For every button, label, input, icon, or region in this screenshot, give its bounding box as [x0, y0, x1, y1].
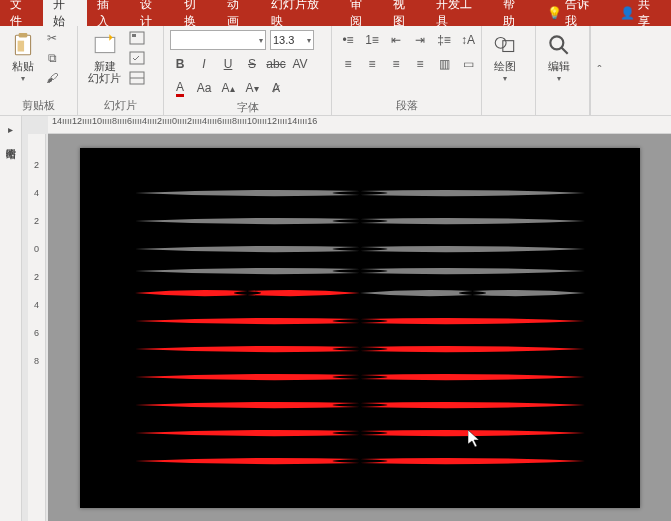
tab-slideshow[interactable]: 幻灯片放映 [261, 0, 340, 26]
slide-shape[interactable] [360, 288, 585, 298]
clipboard-icon [10, 32, 36, 58]
svg-rect-2 [18, 41, 24, 52]
tab-review[interactable]: 审阅 [340, 0, 383, 26]
ruler-v-tick: 4 [34, 188, 39, 198]
numbering-button[interactable]: 1≡ [362, 30, 382, 50]
shapes-icon [492, 32, 518, 58]
line-spacing-button[interactable]: ‡≡ [434, 30, 454, 50]
indent-right-button[interactable]: ⇥ [410, 30, 430, 50]
group-clipboard-label: 剪贴板 [6, 96, 71, 113]
format-painter-icon[interactable]: 🖌 [44, 70, 60, 86]
slide-shape[interactable] [135, 188, 585, 198]
group-font-label: 字体 [170, 98, 325, 115]
grow-font-button[interactable]: A▴ [218, 78, 238, 98]
slide-shape[interactable] [135, 344, 585, 354]
ruler-v-tick: 4 [34, 300, 39, 310]
editing-label: 编辑 [548, 60, 570, 72]
font-size-select[interactable]: 13.3▾ [270, 30, 314, 50]
text-direction-button[interactable]: ↕A [458, 30, 478, 50]
tab-file[interactable]: 文件 [0, 0, 43, 26]
paste-button[interactable]: 粘贴 ▾ [6, 30, 40, 85]
share-button[interactable]: 👤 共享 [610, 0, 671, 26]
group-editing: 编辑 ▾ 编辑 [536, 26, 590, 115]
ruler-v-tick: 8 [34, 356, 39, 366]
tab-help[interactable]: 帮助 [493, 0, 536, 26]
chevron-right-icon: ▸ [8, 124, 13, 135]
tab-transition[interactable]: 切换 [174, 0, 217, 26]
slide[interactable] [80, 148, 640, 508]
slide-shape[interactable] [135, 216, 585, 226]
tab-dev[interactable]: 开发工具 [426, 0, 493, 26]
tab-insert[interactable]: 插入 [87, 0, 130, 26]
tab-design[interactable]: 设计 [130, 0, 173, 26]
group-font: ▾ 13.3▾ B I U S abc AV A Aa A▴ A▾ A̷ 字体 [164, 26, 332, 115]
ruler-v-tick: 2 [34, 216, 39, 226]
share-label: 共享 [638, 0, 661, 30]
underline-button[interactable]: U [218, 54, 238, 74]
shadow-button[interactable]: S [242, 54, 262, 74]
align-right-button[interactable]: ≡ [386, 54, 406, 74]
group-slides-label: 幻灯片 [84, 96, 157, 113]
ruler-v-tick: 2 [34, 160, 39, 170]
slide-shape[interactable] [135, 400, 585, 410]
workspace: ▸ 缩略图 14ıııı12ıııı10ıııı8ıııı6ıııı4ıııı2… [0, 116, 671, 521]
svg-point-9 [495, 37, 506, 48]
slide-shape[interactable] [135, 244, 585, 254]
tab-animation[interactable]: 动画 [217, 0, 260, 26]
font-size-value: 13.3 [273, 34, 294, 46]
tab-bar: 文件 开始 插入 设计 切换 动画 幻灯片放映 审阅 视图 开发工具 帮助 💡 … [0, 0, 671, 26]
svg-line-12 [561, 47, 568, 53]
bold-button[interactable]: B [170, 54, 190, 74]
ribbon: 粘贴 ▾ ✂ ⧉ 🖌 剪贴板 新建 幻灯片 幻灯片 [0, 26, 671, 116]
slide-shape[interactable] [135, 316, 585, 326]
group-paragraph: •≡ 1≡ ⇤ ⇥ ‡≡ ↕A ≡ ≡ ≡ ≡ ▥ ▭ 段落 [332, 26, 482, 115]
strikethrough-button[interactable]: abc [266, 54, 286, 74]
share-icon: 👤 [620, 6, 635, 20]
ruler-h-ticks: 14ıııı12ıııı10ıııı8ıııı6ıııı4ıııı2ıııı0ı… [48, 116, 317, 126]
chevron-down-icon: ▾ [307, 36, 311, 45]
font-color-button[interactable]: A [170, 78, 190, 98]
tab-home[interactable]: 开始 [43, 0, 86, 26]
cut-icon[interactable]: ✂ [44, 30, 60, 46]
section-icon[interactable] [129, 70, 145, 86]
tab-tellme[interactable]: 💡 告诉我 [537, 0, 610, 26]
svg-rect-1 [19, 33, 28, 37]
ruler-v-tick: 6 [34, 328, 39, 338]
indent-left-button[interactable]: ⇤ [386, 30, 406, 50]
clear-format-button[interactable]: A̷ [266, 78, 286, 98]
italic-button[interactable]: I [194, 54, 214, 74]
svg-rect-3 [95, 37, 115, 52]
collapse-ribbon-button[interactable]: ˆ [590, 26, 608, 115]
group-drawing: 绘图 ▾ 绘图 [482, 26, 536, 115]
change-case-button[interactable]: Aa [194, 78, 214, 98]
justify-button[interactable]: ≡ [410, 54, 430, 74]
paste-label: 粘贴 [12, 60, 34, 72]
slide-shape[interactable] [135, 266, 585, 276]
layout-icon[interactable] [129, 30, 145, 46]
shrink-font-button[interactable]: A▾ [242, 78, 262, 98]
spacing-button[interactable]: AV [290, 54, 310, 74]
tab-view[interactable]: 视图 [383, 0, 426, 26]
new-slide-button[interactable]: 新建 幻灯片 [84, 30, 125, 86]
group-slides: 新建 幻灯片 幻灯片 [78, 26, 164, 115]
slide-shape[interactable] [135, 372, 585, 382]
drawing-button[interactable]: 绘图 ▾ [488, 30, 522, 85]
font-name-select[interactable]: ▾ [170, 30, 266, 50]
svg-rect-5 [132, 34, 136, 37]
slide-shape[interactable] [135, 456, 585, 466]
bullets-button[interactable]: •≡ [338, 30, 358, 50]
align-center-button[interactable]: ≡ [362, 54, 382, 74]
editing-button[interactable]: 编辑 ▾ [542, 30, 576, 85]
copy-icon[interactable]: ⧉ [44, 50, 60, 66]
smartart-button[interactable]: ▭ [458, 54, 478, 74]
slide-shape[interactable] [135, 288, 360, 298]
align-left-button[interactable]: ≡ [338, 54, 358, 74]
new-slide-icon [92, 32, 118, 58]
chevron-down-icon: ▾ [503, 74, 507, 83]
drawing-label: 绘图 [494, 60, 516, 72]
slide-canvas-area[interactable] [48, 134, 671, 521]
thumbnail-panel-collapsed[interactable]: ▸ 缩略图 [0, 116, 22, 521]
columns-button[interactable]: ▥ [434, 54, 454, 74]
reset-icon[interactable] [129, 50, 145, 66]
slide-shape[interactable] [135, 428, 585, 438]
